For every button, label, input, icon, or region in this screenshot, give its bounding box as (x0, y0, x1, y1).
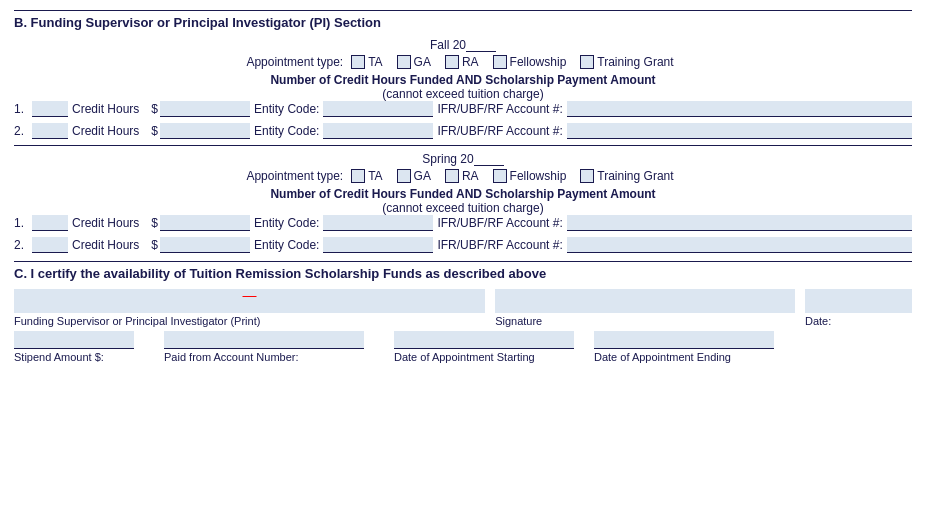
stipend-input[interactable] (14, 331, 134, 349)
supervisor-print-block: — Funding Supervisor or Principal Invest… (14, 289, 485, 327)
fall-ta-checkbox[interactable]: TA (351, 55, 382, 69)
spring-ra-checkbox[interactable]: RA (445, 169, 479, 183)
fall-credit-hours-2-input[interactable] (32, 123, 68, 139)
fall-training-grant-checkbox[interactable]: Training Grant (580, 55, 673, 69)
spring-dollar-2-input[interactable] (160, 237, 250, 253)
appt-start-block: Date of Appointment Starting (394, 331, 584, 363)
spring-credit-hours-2-input[interactable] (32, 237, 68, 253)
fall-credit-heading1: Number of Credit Hours Funded AND Schola… (14, 73, 912, 87)
spring-ifr-1-input[interactable] (567, 215, 912, 231)
spring-heading: Spring 20 (14, 152, 912, 166)
paid-account-block: Paid from Account Number: (164, 331, 384, 363)
fall-credit-heading2: (cannot exceed tuition charge) (14, 87, 912, 101)
fall-ifr-1-input[interactable] (567, 101, 912, 117)
spring-dollar-1-input[interactable] (160, 215, 250, 231)
date-block: Date: (805, 289, 912, 327)
fall-entity-1-input[interactable] (323, 101, 433, 117)
fall-appointment-label: Appointment type: (246, 55, 343, 69)
signature-input[interactable] (495, 289, 795, 313)
signature-block: Signature (495, 289, 795, 327)
stipend-label: Stipend Amount $: (14, 351, 154, 363)
stipend-block: Stipend Amount $: (14, 331, 154, 363)
spring-credit-heading1: Number of Credit Hours Funded AND Schola… (14, 187, 912, 201)
stipend-area: Stipend Amount $: Paid from Account Numb… (14, 331, 912, 363)
spring-training-grant-checkbox[interactable]: Training Grant (580, 169, 673, 183)
spring-entity-2-input[interactable] (323, 237, 433, 253)
fall-fellowship-checkbox[interactable]: Fellowship (493, 55, 567, 69)
fall-credit-hours-1-input[interactable] (32, 101, 68, 117)
supervisor-print-label: Funding Supervisor or Principal Investig… (14, 315, 485, 327)
fall-heading: Fall 20 (14, 38, 912, 52)
spring-credit-heading2: (cannot exceed tuition charge) (14, 201, 912, 215)
signature-label: Signature (495, 315, 795, 327)
appt-end-input[interactable] (594, 331, 774, 349)
fall-ifr-2-input[interactable] (567, 123, 912, 139)
appt-end-label: Date of Appointment Ending (594, 351, 784, 363)
fall-ga-checkbox[interactable]: GA (397, 55, 431, 69)
fall-ra-checkbox[interactable]: RA (445, 55, 479, 69)
fall-credit-row-2: 2. Credit Hours $ Entity Code: IFR/UBF/R… (14, 123, 912, 139)
fall-appointment-row: Appointment type: TA GA RA Fellowship Tr… (14, 55, 912, 69)
appt-start-label: Date of Appointment Starting (394, 351, 584, 363)
spring-credit-row-1: 1. Credit Hours $ Entity Code: IFR/UBF/R… (14, 215, 912, 231)
appt-end-block: Date of Appointment Ending (594, 331, 784, 363)
spring-credit-row-2: 2. Credit Hours $ Entity Code: IFR/UBF/R… (14, 237, 912, 253)
spring-credit-hours-1-input[interactable] (32, 215, 68, 231)
section-c-title: C. I certify the availability of Tuition… (14, 261, 912, 281)
appt-start-input[interactable] (394, 331, 574, 349)
fall-entity-2-input[interactable] (323, 123, 433, 139)
section-c: C. I certify the availability of Tuition… (14, 261, 912, 363)
spring-ifr-2-input[interactable] (567, 237, 912, 253)
spring-ta-checkbox[interactable]: TA (351, 169, 382, 183)
fall-credit-row-1: 1. Credit Hours $ Entity Code: IFR/UBF/R… (14, 101, 912, 117)
fall-dollar-2-input[interactable] (160, 123, 250, 139)
paid-account-input[interactable] (164, 331, 364, 349)
section-b: B. Funding Supervisor or Principal Inves… (14, 10, 912, 253)
spring-appointment-row: Appointment type: TA GA RA Fellowship Tr… (14, 169, 912, 183)
spring-entity-1-input[interactable] (323, 215, 433, 231)
fall-dollar-1-input[interactable] (160, 101, 250, 117)
paid-account-label: Paid from Account Number: (164, 351, 384, 363)
date-label: Date: (805, 315, 912, 327)
section-b-title: B. Funding Supervisor or Principal Inves… (14, 10, 912, 30)
spring-fellowship-checkbox[interactable]: Fellowship (493, 169, 567, 183)
spring-ga-checkbox[interactable]: GA (397, 169, 431, 183)
signature-area: — Funding Supervisor or Principal Invest… (14, 289, 912, 327)
date-input[interactable] (805, 289, 912, 313)
spring-appointment-label: Appointment type: (246, 169, 343, 183)
